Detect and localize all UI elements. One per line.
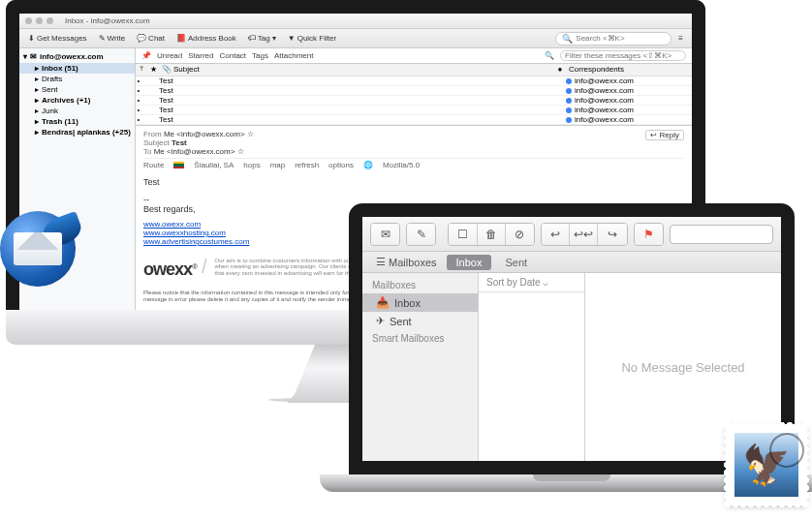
archive-button[interactable]: ☐ — [449, 224, 477, 245]
traffic-light-close[interactable] — [25, 17, 32, 24]
route-map[interactable]: map — [270, 161, 286, 169]
quick-filter-button[interactable]: ▼Quick Filter — [283, 32, 341, 45]
subject-value: Test — [172, 138, 187, 147]
address-book-button[interactable]: 📕Address Book — [172, 32, 241, 45]
junk-icon: ⊘ — [515, 228, 524, 241]
section-smart: Smart Mailboxes — [362, 330, 478, 347]
envelope-icon: ✉ — [381, 228, 390, 241]
reply-button[interactable]: ↩ — [542, 224, 570, 245]
tag-icon: 🏷 — [248, 34, 256, 43]
folder-icon: ▸ — [35, 64, 39, 73]
account-row[interactable]: ▾ ✉ info@owexx.com — [19, 50, 135, 63]
thunderbird-app-icon — [0, 211, 87, 298]
sidebar-inbox[interactable]: 📥Inbox — [362, 293, 478, 312]
filter-icon: ▼ — [288, 34, 296, 43]
filter-attachment[interactable]: Attachment — [274, 51, 313, 60]
message-row[interactable]: •Testinfo@owexx.com — [136, 115, 692, 125]
folder-item[interactable]: ▸Archives (+1) — [19, 95, 135, 106]
folder-icon: ▸ — [35, 128, 39, 137]
flag-button[interactable]: ⚑ — [635, 224, 663, 245]
unread-dot-icon — [566, 78, 572, 84]
star-col[interactable]: ★ — [147, 64, 159, 76]
sidebar-icon: ☰ — [376, 256, 386, 268]
search-input[interactable] — [576, 34, 663, 43]
reply-all-button[interactable]: ↩↩ — [570, 224, 598, 245]
get-mail-button[interactable]: ✉ — [371, 224, 399, 245]
mail-toolbar: ✉ ✎ ☐ 🗑 ⊘ ↩ ↩↩ ↪ ⚑ — [362, 217, 781, 252]
trash-icon: 🗑 — [485, 228, 497, 241]
mac-mail-app-icon: 🦅 — [727, 425, 806, 505]
unread-dot-icon — [566, 107, 572, 113]
folder-icon: ▸ — [35, 75, 39, 83]
search-icon: 🔍 — [545, 51, 554, 60]
filter-tags[interactable]: Tags — [252, 51, 268, 60]
tag-button[interactable]: 🏷Tag▾ — [243, 32, 281, 45]
attach-col[interactable]: 📎 — [159, 64, 171, 76]
pin-icon[interactable]: 📌 — [141, 51, 151, 60]
quick-filter-bar: 📌 Unread Starred Contact Tags Attachment… — [136, 48, 692, 64]
star-icon[interactable]: ☆ — [237, 147, 244, 156]
sent-icon: ✈ — [376, 315, 385, 327]
chevron-down-icon: ⌵ — [543, 277, 548, 288]
unread-dot-icon — [566, 88, 572, 94]
message-row[interactable]: •Testinfo@owexx.com — [136, 76, 692, 86]
from-value: Me <info@owexx.com> — [164, 130, 245, 138]
route-options[interactable]: options — [328, 161, 354, 169]
message-row[interactable]: •Testinfo@owexx.com — [136, 86, 692, 96]
route-refresh[interactable]: refresh — [295, 161, 319, 169]
reply-button[interactable]: ↩ Reply — [645, 130, 684, 140]
delete-button[interactable]: 🗑 — [478, 224, 506, 245]
message-list: ⸆ ★ 📎 Subject ● Correspondents •Testinfo… — [136, 64, 692, 126]
tab-sent[interactable]: Sent — [495, 255, 537, 270]
filter-input[interactable] — [560, 50, 686, 61]
get-messages-button[interactable]: ⬇Get Messages — [23, 32, 92, 45]
route-ua: Mozilla/5.0 — [383, 161, 420, 169]
folder-item[interactable]: ▸Drafts — [19, 74, 135, 84]
message-row[interactable]: •Testinfo@owexx.com — [136, 106, 692, 115]
junk-button[interactable]: ⊘ — [506, 224, 534, 245]
folder-icon: ▸ — [35, 117, 39, 126]
hamburger-icon: ≡ — [678, 34, 683, 43]
filter-contact[interactable]: Contact — [219, 51, 246, 60]
filter-starred[interactable]: Starred — [188, 51, 213, 60]
star-icon[interactable]: ☆ — [247, 130, 254, 138]
folder-item[interactable]: ▸Sent — [19, 84, 135, 95]
folder-item[interactable]: ▸Bendras| aplankas (+25) — [19, 127, 135, 138]
section-mailboxes: Mailboxes — [362, 277, 478, 293]
mailboxes-toggle[interactable]: ☰Mailboxes — [370, 255, 443, 269]
route-hops[interactable]: hops — [243, 161, 260, 169]
subject-col[interactable]: Subject — [171, 64, 554, 76]
forward-button[interactable]: ↪ — [598, 224, 626, 245]
thread-col[interactable]: ⸆ — [136, 64, 147, 76]
flag-icon: ⚑ — [643, 228, 654, 241]
compose-icon: ✎ — [417, 228, 426, 241]
chat-button[interactable]: 💬Chat — [132, 32, 170, 45]
folder-item[interactable]: ▸Trash (11) — [19, 116, 135, 127]
to-value: Me <info@owexx.com> — [154, 147, 235, 156]
message-row[interactable]: •Testinfo@owexx.com — [136, 96, 692, 106]
tab-inbox[interactable]: Inbox — [447, 255, 492, 270]
traffic-light-max[interactable] — [47, 17, 53, 24]
compose-button[interactable]: ✎ — [407, 224, 435, 245]
folder-item[interactable]: ▸Inbox (51) — [19, 63, 135, 74]
read-col[interactable]: ● — [554, 64, 566, 76]
filter-unread[interactable]: Unread — [157, 51, 182, 60]
mail-search[interactable] — [670, 225, 773, 244]
archive-icon: ☐ — [457, 228, 468, 241]
sidebar-sent[interactable]: ✈Sent — [362, 312, 478, 330]
sort-control[interactable]: Sort by Date ⌵ — [479, 273, 584, 292]
unread-dot-icon — [566, 117, 572, 123]
search-icon: 🔍 — [562, 34, 573, 44]
inbox-icon: 📥 — [376, 296, 390, 309]
main-toolbar: ⬇Get Messages ✎Write 💬Chat 📕Address Book… — [19, 29, 692, 48]
mail-icon: ✉ — [30, 52, 37, 61]
chat-icon: 💬 — [137, 34, 146, 43]
menu-button[interactable]: ≡ — [673, 32, 688, 45]
favorites-bar: ☰Mailboxes Inbox Sent — [362, 252, 781, 273]
global-search[interactable]: 🔍 — [555, 32, 671, 46]
folder-item[interactable]: ▸Junk — [19, 106, 135, 116]
write-button[interactable]: ✎Write — [94, 32, 131, 45]
correspondents-col[interactable]: Correspondents — [566, 64, 692, 76]
traffic-light-min[interactable] — [36, 17, 43, 24]
owexx-logo: owexx — [143, 260, 192, 280]
